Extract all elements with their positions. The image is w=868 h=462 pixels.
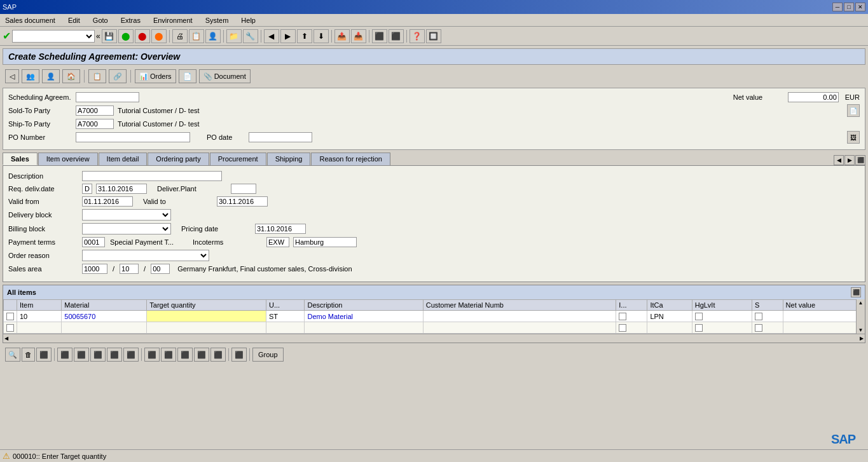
empty-cb1[interactable]: [6, 324, 14, 332]
bottom-btn1[interactable]: 🔍: [5, 348, 20, 362]
tab-ordering-party[interactable]: Ordering party: [148, 153, 209, 165]
tab-nav-right[interactable]: ▶: [844, 155, 855, 165]
req-deliv-date[interactable]: [96, 184, 147, 194]
btn-person[interactable]: 👤: [42, 69, 60, 83]
save-btn[interactable]: 💾: [102, 29, 117, 43]
ship-to-input[interactable]: [76, 119, 114, 129]
menu-help[interactable]: Help: [238, 15, 258, 25]
menu-system[interactable]: System: [203, 15, 231, 25]
maximize-button[interactable]: □: [844, 3, 854, 11]
h-scrollbar[interactable]: ◀ ▶: [3, 334, 865, 343]
cancel-btn[interactable]: ⬤: [151, 29, 167, 43]
print-btn[interactable]: 🖨: [172, 29, 188, 43]
row-cust-mat[interactable]: [423, 311, 616, 322]
back-btn[interactable]: «: [96, 32, 100, 41]
btn-group1[interactable]: 👥: [22, 69, 39, 83]
tab-shipping[interactable]: Shipping: [267, 153, 311, 165]
btn6[interactable]: ◀: [264, 29, 279, 43]
help-btn[interactable]: ❓: [410, 29, 425, 43]
deliver-plant-input[interactable]: [231, 184, 256, 194]
btn-orders[interactable]: 📊 Orders: [135, 69, 176, 83]
v-scrollbar[interactable]: ▲ ▼: [856, 299, 865, 334]
scheduling-input[interactable]: [76, 92, 139, 102]
tab-item-overview[interactable]: Item overview: [38, 153, 98, 165]
btn-document[interactable]: 📎 Document: [199, 69, 251, 83]
tab-nav-left[interactable]: ◀: [834, 155, 844, 165]
bottom-btn2[interactable]: 🗑: [22, 348, 35, 362]
btn-copy[interactable]: 📋: [88, 69, 106, 83]
row-i-checkbox[interactable]: [619, 313, 626, 320]
row-hglvit-checkbox[interactable]: [695, 313, 703, 320]
bottom-btn7[interactable]: ⬛: [107, 348, 122, 362]
table-expand-btn[interactable]: ⬛: [851, 287, 861, 297]
tab-procurement[interactable]: Procurement: [210, 153, 266, 165]
bottom-btn11[interactable]: ⬛: [177, 348, 193, 362]
ok-icon[interactable]: ✔: [3, 30, 11, 42]
row-target-qty[interactable]: [147, 311, 266, 322]
btn13[interactable]: ⬛: [389, 29, 404, 43]
tab-nav-expand[interactable]: ⬛: [855, 155, 865, 165]
bottom-btn10[interactable]: ⬛: [161, 348, 176, 362]
group-button[interactable]: Group: [252, 348, 284, 362]
incoterms-place[interactable]: [293, 237, 357, 247]
minimize-button[interactable]: ─: [832, 3, 843, 11]
scroll-right[interactable]: ▶: [860, 336, 864, 341]
empty-s1[interactable]: [755, 324, 762, 332]
menu-sales-document[interactable]: Sales document: [3, 15, 58, 25]
menu-environment[interactable]: Environment: [151, 15, 195, 25]
btn5[interactable]: 🔧: [243, 29, 258, 43]
menu-edit[interactable]: Edit: [65, 15, 83, 25]
payment-terms-code[interactable]: [82, 237, 105, 247]
row-material[interactable]: 50065670: [62, 311, 147, 322]
close-button[interactable]: ✕: [855, 3, 865, 11]
btn8[interactable]: ⬆: [297, 29, 312, 43]
sales-area-div1[interactable]: [120, 264, 139, 274]
req-deliv-d[interactable]: [82, 184, 92, 194]
btn11[interactable]: 📥: [351, 29, 366, 43]
sales-area-div2[interactable]: [151, 264, 170, 274]
bottom-btn5[interactable]: ⬛: [74, 348, 89, 362]
bottom-btn4[interactable]: ⬛: [57, 348, 72, 362]
empty-hg1[interactable]: [695, 324, 703, 332]
billing-block-select[interactable]: [82, 223, 171, 234]
po-number-input[interactable]: [76, 132, 190, 142]
menu-goto[interactable]: Goto: [90, 15, 111, 25]
btn-home[interactable]: 🏠: [62, 69, 80, 83]
valid-to-input[interactable]: [217, 196, 268, 207]
tab-reason-rejection[interactable]: Reason for rejection: [311, 153, 390, 165]
btn4[interactable]: 📁: [226, 29, 242, 43]
bottom-btn12[interactable]: ⬛: [194, 348, 209, 362]
btn-ref[interactable]: 🔗: [109, 69, 127, 83]
bottom-btn14[interactable]: ⬛: [231, 348, 247, 362]
find-btn[interactable]: ⬤: [118, 29, 134, 43]
empty-i1[interactable]: [619, 324, 626, 332]
pricing-date-input[interactable]: [255, 224, 306, 234]
btn2[interactable]: 📋: [189, 29, 204, 43]
net-value-input[interactable]: [788, 92, 839, 102]
config-btn[interactable]: 🔲: [426, 29, 441, 43]
delivery-block-select[interactable]: [82, 209, 171, 221]
bottom-btn8[interactable]: ⬛: [123, 348, 139, 362]
order-reason-select[interactable]: [82, 250, 209, 261]
row-s-checkbox[interactable]: [755, 313, 762, 320]
tab-item-detail[interactable]: Item detail: [99, 153, 148, 165]
sold-to-input[interactable]: [76, 105, 114, 116]
btn9[interactable]: ⬇: [313, 29, 329, 43]
valid-from-input[interactable]: [82, 196, 133, 207]
menu-extras[interactable]: Extras: [118, 15, 143, 25]
po-icon-btn[interactable]: 🖼: [847, 131, 860, 144]
btn7[interactable]: ▶: [280, 29, 296, 43]
btn10[interactable]: 📤: [334, 29, 350, 43]
scroll-down[interactable]: ▼: [858, 327, 864, 333]
btn12[interactable]: ⬛: [372, 29, 387, 43]
stop-btn[interactable]: ⬤: [135, 29, 150, 43]
command-field[interactable]: [12, 30, 95, 43]
bottom-btn9[interactable]: ⬛: [144, 348, 160, 362]
back-btn2[interactable]: ◁: [5, 69, 19, 83]
desc-input[interactable]: [82, 171, 222, 181]
btn-doc-icon[interactable]: 📄: [179, 69, 196, 83]
po-date-input[interactable]: [249, 132, 312, 142]
sold-to-icon-btn[interactable]: 📄: [847, 104, 860, 117]
row-item[interactable]: 10: [17, 311, 62, 322]
tab-sales[interactable]: Sales: [3, 153, 38, 165]
